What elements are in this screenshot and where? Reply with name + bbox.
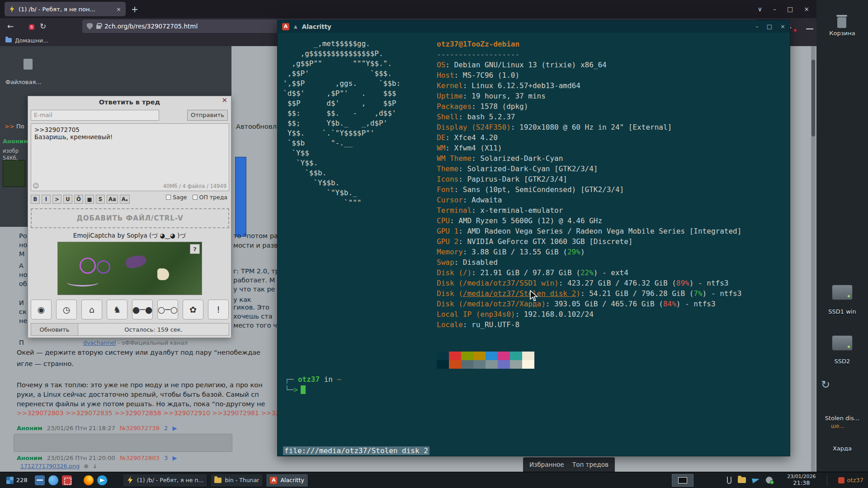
scrollbar-thumb[interactable] <box>811 60 815 136</box>
telegram-launcher-icon[interactable] <box>97 475 107 485</box>
drive-icon[interactable] <box>832 285 853 300</box>
favorites-footer-button[interactable]: Избранное <box>523 457 571 472</box>
captcha-emoji-stopwatch-button[interactable]: ◷ <box>56 300 77 319</box>
taskbar-window-button[interactable]: bin - Thunar <box>210 474 263 487</box>
terminal-maximize-button[interactable]: □ <box>767 23 772 30</box>
add-file-dropzone[interactable]: ДОБАВИТЬ ФАЙЛ/CTRL-V <box>31 208 229 228</box>
captcha-emoji-bank-button[interactable]: ⌂ <box>81 300 102 319</box>
window-minimize-button[interactable]: – <box>773 5 776 13</box>
attachment-link[interactable]: 1712771790326.png <box>20 463 80 469</box>
terminal-content[interactable]: _,met$$$$$gg. ,g$$$$$$$$$$$$$$$P. ,g$$P"… <box>278 33 790 456</box>
post-expand-icon[interactable]: ▶ <box>172 425 177 432</box>
telegram-tray-icon[interactable] <box>752 477 760 483</box>
session-button[interactable]: otz37 <box>838 477 863 483</box>
op-option[interactable]: ОП треда <box>193 194 227 201</box>
list-all-tabs-icon[interactable]: ∨ <box>758 5 762 13</box>
tab-close-icon[interactable]: × <box>116 6 121 13</box>
captcha-emoji-sunglasses-button[interactable]: ●─● <box>132 300 153 319</box>
captcha-emoji-eye-button[interactable]: ◉ <box>31 300 52 319</box>
smiley-icon[interactable]: ☺ <box>33 182 39 189</box>
back-button[interactable]: ← <box>5 22 16 31</box>
clipboard-tray-icon[interactable] <box>727 477 731 484</box>
url-text[interactable]: 2ch.org/b/res/329072705.html <box>104 23 198 30</box>
format-button[interactable]: > <box>52 195 61 204</box>
hovered-url-hint: file:///media/otz37/Stolen disk 2 <box>283 446 429 455</box>
palette-swatch <box>486 352 498 360</box>
captcha-emoji-duck-button[interactable]: ♞ <box>107 300 127 319</box>
fastfetch-info-line: OS: Debian GNU/Linux 13 (trixie) x86_64 <box>437 60 741 70</box>
top-threads-footer-button[interactable]: Топ тредов <box>566 457 615 472</box>
shell-prompt-line1: ┌─ otz37 in ~ <box>285 375 341 384</box>
clock[interactable]: 23/01/2026 21:38 <box>787 474 816 487</box>
captcha-emoji-exclamation-button[interactable]: ! <box>208 300 229 319</box>
trash-icon[interactable] <box>837 17 846 28</box>
browser-launcher-icon[interactable] <box>48 475 58 485</box>
tracking-protection-shield-icon[interactable] <box>87 23 93 30</box>
new-tab-button[interactable]: + <box>131 4 138 14</box>
op-image-thumbnail[interactable] <box>3 160 25 187</box>
format-button[interactable]: Aa <box>107 195 118 204</box>
terminal-close-button[interactable]: × <box>780 23 785 30</box>
pin-icon[interactable]: ▲ <box>294 24 297 29</box>
post-ordinal-link[interactable]: 2 <box>164 425 168 432</box>
poster-name: Аноним <box>17 425 42 432</box>
zoom-attachment-icon[interactable]: ⊕ <box>84 463 88 469</box>
format-button[interactable]: Ō <box>74 195 83 204</box>
desktop-item-label[interactable]: SSD1 win <box>816 308 868 315</box>
comment-textarea[interactable]: >>329072705 Базаришь, кремниевый! <box>31 123 229 191</box>
reply-links[interactable]: >>329072803 >>329072835 >>329072858 >>32… <box>17 409 308 417</box>
close-form-icon[interactable]: ✕ <box>222 96 227 104</box>
email-field[interactable]: E-mail <box>31 110 159 121</box>
window-close-button[interactable]: × <box>804 5 809 13</box>
download-attachment-icon[interactable]: ↓ <box>93 463 97 469</box>
firefox-launcher-icon[interactable] <box>84 475 94 485</box>
terminal-minimize-button[interactable]: – <box>755 23 759 30</box>
format-button[interactable]: ■ <box>85 195 94 204</box>
format-button[interactable]: U <box>63 195 72 204</box>
op-checkbox[interactable] <box>193 195 198 200</box>
format-button[interactable]: S <box>96 195 105 204</box>
sage-option[interactable]: Sage <box>166 194 187 201</box>
post-number-link[interactable]: №329072739 <box>120 425 160 432</box>
post-expand-icon[interactable]: ▶ <box>172 455 177 461</box>
rss-launcher-icon[interactable] <box>62 475 72 485</box>
post-number-link[interactable]: №329072803 <box>120 455 160 461</box>
terminal-tray-tile[interactable] <box>672 474 693 487</box>
captcha-emoji-dancer-button[interactable]: ✿ <box>183 300 203 319</box>
captcha-emoji-glasses-button[interactable]: ○─○ <box>157 300 178 319</box>
pager-button[interactable]: 228 <box>3 474 31 487</box>
folder-tray-icon[interactable] <box>738 477 746 483</box>
dvachannel-link[interactable]: dvachannel <box>83 339 116 346</box>
browser-tab[interactable]: (1) /b/ - Ребят, я не пон... × <box>5 2 126 16</box>
desktop-item-label[interactable]: Stolen dis... <box>816 415 868 422</box>
post-ordinal-link[interactable]: 3 <box>164 455 168 461</box>
format-button[interactable]: Aₐ <box>120 195 130 204</box>
desktop-item-label[interactable]: Корзина <box>816 30 868 37</box>
captcha-help-button[interactable]: ? <box>190 244 200 254</box>
submit-button[interactable]: Отправить <box>187 110 228 121</box>
files-launcher-icon[interactable] <box>35 475 45 485</box>
desktop-item-label[interactable]: Харда <box>816 445 868 452</box>
desktop-item-label[interactable]: SSD2 <box>816 358 868 365</box>
page-text-fragment: место того ч <box>233 322 277 329</box>
format-button[interactable]: B <box>31 195 40 204</box>
lightning-icon <box>127 477 134 484</box>
page-text-fragment: мости и разв <box>233 242 278 249</box>
sage-checkbox[interactable] <box>166 195 171 200</box>
post-image-thumbnail[interactable] <box>235 157 246 237</box>
reload-button[interactable]: ↻ <box>37 22 49 31</box>
window-maximize-button[interactable]: □ <box>787 5 793 13</box>
terminal-cursor <box>301 385 306 394</box>
taskbar-window-button[interactable]: (1) /b/ - Ребят, я не п... <box>123 474 208 487</box>
eject-icon[interactable]: ↻ <box>821 379 830 390</box>
terminal-titlebar[interactable]: A ▲ Alacritty – □ × <box>278 20 790 33</box>
refresh-captcha-button[interactable]: Обновить <box>31 324 78 335</box>
bookmark-home[interactable]: Домашни... <box>15 37 48 44</box>
format-button[interactable]: I <box>42 195 51 204</box>
page-scrollbar[interactable] <box>811 46 816 472</box>
palette-swatch <box>498 360 510 369</box>
captcha-image[interactable]: ? <box>57 242 202 295</box>
drive-icon[interactable] <box>832 335 853 351</box>
user-status-tray-icon[interactable] <box>766 477 773 483</box>
taskbar-window-button[interactable]: AAlacritty <box>266 474 308 487</box>
